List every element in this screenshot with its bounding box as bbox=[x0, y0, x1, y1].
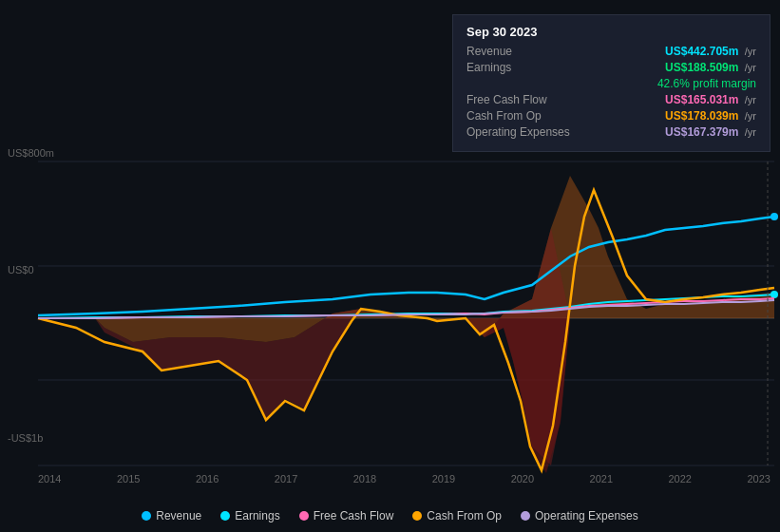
x-axis-labels: 2014 2015 2016 2017 2018 2019 2020 2021 … bbox=[38, 473, 770, 484]
tooltip-revenue-row: Revenue US$442.705m /yr bbox=[466, 45, 756, 58]
tooltip-cashop-row: Cash From Op US$178.039m /yr bbox=[466, 109, 756, 123]
svg-point-5 bbox=[770, 213, 778, 220]
x-label-2016: 2016 bbox=[196, 473, 219, 484]
tooltip-cashop-unit: /yr bbox=[745, 110, 756, 122]
tooltip-cashop-label: Cash From Op bbox=[466, 109, 542, 123]
x-label-2022: 2022 bbox=[669, 473, 692, 484]
tooltip-date: Sep 30 2023 bbox=[466, 25, 756, 39]
x-label-2018: 2018 bbox=[353, 473, 376, 484]
legend-cashop-dot bbox=[412, 511, 422, 521]
legend-revenue[interactable]: Revenue bbox=[142, 509, 201, 522]
tooltip-fcf-row: Free Cash Flow US$165.031m /yr bbox=[466, 93, 756, 106]
profit-margin-text: 42.6% profit margin bbox=[657, 77, 756, 90]
legend-earnings-dot bbox=[220, 511, 230, 521]
tooltip-cashop-value: US$178.039m bbox=[665, 109, 738, 123]
tooltip-earnings-label: Earnings bbox=[466, 61, 511, 74]
chart-svg bbox=[0, 152, 780, 484]
tooltip-fcf-label: Free Cash Flow bbox=[466, 93, 547, 106]
legend-earnings[interactable]: Earnings bbox=[220, 509, 279, 522]
chart-area bbox=[0, 152, 780, 484]
tooltip-opex-value: US$167.379m bbox=[665, 125, 738, 139]
tooltip-opex-row: Operating Expenses US$167.379m /yr bbox=[466, 125, 756, 139]
legend-opex-dot bbox=[521, 511, 530, 521]
legend-fcf[interactable]: Free Cash Flow bbox=[299, 509, 394, 522]
legend-fcf-dot bbox=[299, 511, 309, 521]
legend-earnings-label: Earnings bbox=[235, 509, 279, 522]
tooltip-revenue-unit: /yr bbox=[745, 46, 756, 57]
x-label-2015: 2015 bbox=[117, 473, 140, 484]
tooltip-earnings-unit: /yr bbox=[745, 62, 756, 73]
x-label-2014: 2014 bbox=[38, 473, 61, 484]
tooltip-revenue-label: Revenue bbox=[466, 45, 512, 58]
svg-point-6 bbox=[770, 291, 778, 298]
tooltip-revenue-value: US$442.705m bbox=[665, 45, 738, 58]
legend-fcf-label: Free Cash Flow bbox=[314, 509, 394, 522]
x-label-2020: 2020 bbox=[511, 473, 534, 484]
chart-legend: Revenue Earnings Free Cash Flow Cash Fro… bbox=[0, 509, 780, 522]
x-label-2017: 2017 bbox=[275, 473, 297, 484]
legend-cashop-label: Cash From Op bbox=[427, 509, 502, 522]
x-label-2023: 2023 bbox=[747, 473, 770, 484]
legend-revenue-dot bbox=[142, 511, 151, 521]
legend-opex[interactable]: Operating Expenses bbox=[521, 509, 638, 522]
legend-cashop[interactable]: Cash From Op bbox=[412, 509, 502, 522]
tooltip-opex-unit: /yr bbox=[745, 126, 756, 138]
x-label-2021: 2021 bbox=[590, 473, 613, 484]
tooltip-fcf-value: US$165.031m bbox=[665, 93, 738, 106]
profit-margin-row: 42.6% profit margin bbox=[466, 77, 756, 90]
tooltip-earnings-value: US$188.509m bbox=[665, 61, 738, 74]
legend-revenue-label: Revenue bbox=[156, 509, 201, 522]
x-label-2019: 2019 bbox=[432, 473, 455, 484]
tooltip-fcf-unit: /yr bbox=[745, 94, 756, 105]
tooltip-panel: Sep 30 2023 Revenue US$442.705m /yr Earn… bbox=[452, 14, 770, 152]
tooltip-earnings-row: Earnings US$188.509m /yr bbox=[466, 61, 756, 74]
tooltip-opex-label: Operating Expenses bbox=[466, 125, 570, 139]
legend-opex-label: Operating Expenses bbox=[535, 509, 638, 522]
